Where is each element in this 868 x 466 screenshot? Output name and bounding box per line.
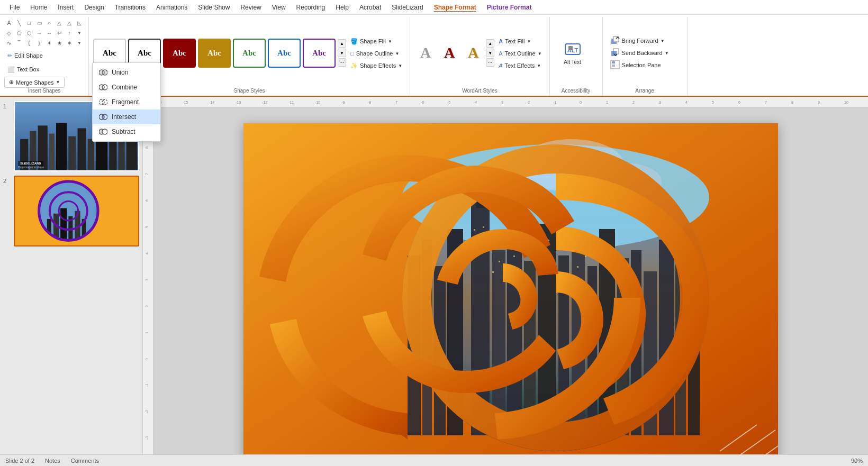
wordart-scroll-up[interactable]: ▲	[486, 39, 494, 48]
style-swatch-3[interactable]: Abc	[163, 39, 196, 68]
svg-text:3: 3	[659, 100, 661, 104]
alt-text-btn[interactable]: ALT Alt Text	[554, 39, 591, 68]
scroll-up[interactable]: ▲	[338, 39, 346, 48]
wordart-scroll-more[interactable]: ⋯	[486, 58, 494, 67]
svg-rect-108	[474, 229, 475, 231]
style-swatch-5[interactable]: Abc	[233, 39, 266, 68]
menu-review[interactable]: Review	[235, 2, 266, 13]
fragment-item[interactable]: Fragment	[93, 95, 160, 109]
shape-effects-btn[interactable]: ✨ Shape Effects ▼	[347, 60, 405, 71]
svg-rect-15	[56, 123, 67, 170]
status-comments[interactable]: Comments	[71, 458, 99, 464]
menu-design[interactable]: Design	[79, 2, 109, 13]
shape-outline-btn[interactable]: □ Shape Outline ▼	[347, 48, 405, 59]
shape-tool-brace[interactable]: }	[34, 38, 44, 48]
shape-tool-hexagon[interactable]: ⬡	[24, 28, 34, 38]
shape-tool-star4[interactable]: ✦	[44, 38, 54, 48]
shape-tool-rt-tri[interactable]: ◺	[75, 18, 84, 28]
bring-forward-btn[interactable]: Bring Forward ▼	[607, 35, 672, 47]
text-outline-btn[interactable]: A Text Outline ▼	[495, 48, 545, 59]
text-effects-btn[interactable]: A Text Effects ▼	[495, 60, 545, 71]
shape-tool-star5[interactable]: ★	[55, 38, 64, 48]
shape-tool-freeform[interactable]: ∿	[4, 38, 14, 48]
svg-text:7: 7	[765, 100, 767, 104]
wordart-letter-1[interactable]: A	[414, 40, 437, 66]
shape-tool-star6[interactable]: ✶	[65, 38, 74, 48]
slide-content[interactable]	[243, 123, 778, 467]
shape-tool-iso-tri[interactable]: △	[65, 18, 74, 28]
svg-text:-3: -3	[500, 100, 503, 104]
style-swatch-4[interactable]: Abc	[198, 39, 231, 68]
send-backward-btn[interactable]: Send Backward ▼	[607, 47, 672, 59]
shape-expand[interactable]: ▼	[75, 28, 84, 38]
shape-tool-curve[interactable]: ⌒	[14, 38, 24, 48]
shape-tool-rect[interactable]: □	[24, 18, 34, 28]
menu-recording[interactable]: Recording	[291, 2, 331, 13]
edit-shape-btn[interactable]: ✏ Edit Shape	[4, 50, 84, 61]
wordart-scroll: ▲ ▼ ⋯	[486, 39, 494, 67]
slide-2-thumb[interactable]	[14, 176, 139, 246]
union-item[interactable]: Union	[93, 65, 160, 80]
svg-point-130	[102, 129, 107, 134]
shape-tool-arrow[interactable]: →	[34, 28, 44, 38]
shape-tool-circle[interactable]: ○	[44, 18, 54, 28]
wordart-letter-2[interactable]: A	[438, 40, 460, 66]
menu-shape-format[interactable]: Shape Format	[429, 2, 482, 13]
menu-view[interactable]: View	[267, 2, 291, 13]
wordart-scroll-down[interactable]: ▼	[486, 49, 494, 57]
menu-transitions[interactable]: Transitions	[110, 2, 151, 13]
svg-rect-112	[499, 261, 500, 262]
wordart-styles-group: A A A ▲ ▼ ⋯ A Text Fill ▼ A Text Outline	[410, 17, 549, 96]
shape-fill-btn[interactable]: 🪣 Shape Fill ▼	[347, 35, 405, 47]
svg-text:-7: -7	[394, 100, 397, 104]
scroll-down[interactable]: ▼	[338, 49, 346, 57]
svg-rect-16	[68, 136, 76, 171]
svg-text:-14: -14	[209, 100, 214, 104]
shape-tool-right-angle[interactable]: △	[55, 18, 64, 28]
shape-tool-line[interactable]: ╲	[14, 18, 24, 28]
menu-file[interactable]: File	[4, 2, 25, 13]
menu-help[interactable]: Help	[330, 2, 354, 13]
menu-slidelizard[interactable]: SlideLizard	[386, 2, 428, 13]
slide-2-inner	[15, 177, 138, 245]
shape-tool-text[interactable]: A	[4, 18, 14, 28]
combine-item[interactable]: Combine	[93, 80, 160, 95]
intersect-item[interactable]: Intersect	[93, 109, 160, 124]
send-backward-icon	[610, 48, 620, 58]
shape-tool-up-arrow[interactable]: ↑	[65, 28, 74, 38]
shape-tool-bracket[interactable]: {	[24, 38, 34, 48]
shape-tool-diamond[interactable]: ◇	[4, 28, 14, 38]
shape-tool-rounded-rect[interactable]: ▭	[34, 18, 44, 28]
style-swatch-6[interactable]: Abc	[268, 39, 301, 68]
merge-shapes-btn[interactable]: ⊕ Merge Shapes ▼	[4, 77, 65, 88]
accessibility-label: Accessibility	[554, 88, 598, 95]
svg-text:-15: -15	[183, 100, 188, 104]
selection-pane-icon	[610, 60, 620, 70]
text-fill-btn[interactable]: A Text Fill ▼	[495, 35, 545, 47]
insert-shapes-group: A ╲ □ ▭ ○ △ △ ◺ ◇ ⬠ ⬡ → ↔ ↩ ↑ ▼	[0, 17, 89, 96]
menu-slideshow[interactable]: Slide Show	[193, 2, 235, 13]
menu-animations[interactable]: Animations	[151, 2, 193, 13]
menu-picture-format[interactable]: Picture Format	[482, 2, 537, 13]
fragment-icon	[99, 98, 107, 106]
slide-2-container: 2	[3, 176, 139, 246]
wordart-letter-3[interactable]: A	[462, 40, 484, 66]
ruler-v-svg: 9 8 7 6 5 4 3 2 1 0 -1 -2 -3 -4 -5	[143, 107, 153, 466]
subtract-item[interactable]: Subtract	[93, 124, 160, 139]
selection-pane-btn[interactable]: Selection Pane	[607, 59, 672, 71]
style-swatch-7[interactable]: Abc	[303, 39, 336, 68]
text-fill-icon: A	[499, 38, 503, 44]
menu-insert[interactable]: Insert	[52, 2, 79, 13]
scroll-more[interactable]: ⋯	[338, 58, 346, 67]
slide-canvas[interactable]	[153, 107, 868, 466]
shape-tool-pentagon[interactable]: ⬠	[14, 28, 24, 38]
menu-home[interactable]: Home	[25, 2, 52, 13]
app-layout: 1	[0, 97, 868, 466]
menu-acrobat[interactable]: Acrobat	[354, 2, 386, 13]
edit-shape-icon: ✏	[7, 52, 12, 59]
shape-tool-arrow2[interactable]: ↔	[44, 28, 54, 38]
status-notes[interactable]: Notes	[45, 458, 60, 464]
shape-expand2[interactable]: ▼	[75, 38, 84, 48]
text-box-btn[interactable]: ⬜ Text Box	[4, 63, 84, 75]
shape-tool-bent-arrow[interactable]: ↩	[55, 28, 64, 38]
